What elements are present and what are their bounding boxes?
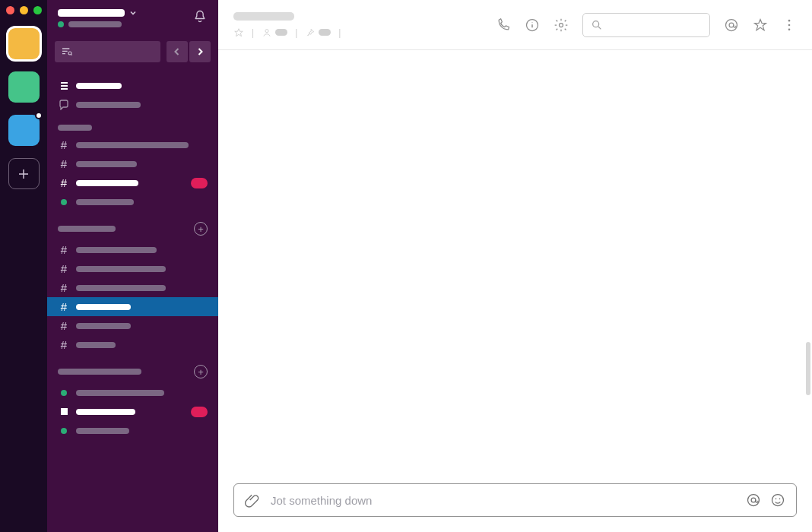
emoji-button[interactable] xyxy=(770,492,785,508)
sidebar-item-label xyxy=(76,199,134,205)
svg-point-11 xyxy=(751,498,756,502)
kebab-icon xyxy=(782,17,797,33)
channel-item[interactable]: # xyxy=(47,154,218,173)
maximize-window-icon[interactable] xyxy=(33,6,42,14)
svg-point-12 xyxy=(772,495,784,506)
section-starred-header xyxy=(47,114,218,135)
at-icon xyxy=(746,492,761,508)
section-label xyxy=(58,369,141,375)
settings-button[interactable] xyxy=(553,17,569,33)
info-icon xyxy=(525,17,540,33)
channel-item[interactable]: # xyxy=(47,135,218,154)
unread-badge xyxy=(191,178,208,188)
member-count[interactable] xyxy=(262,27,287,38)
info-button[interactable] xyxy=(525,17,540,33)
scrollbar-thumb[interactable] xyxy=(806,342,810,395)
starred-items-button[interactable] xyxy=(753,17,768,33)
channel-header: | | | xyxy=(218,0,812,50)
add-workspace-button[interactable] xyxy=(8,158,40,189)
channel-title[interactable] xyxy=(233,12,294,21)
sidebar-item-label xyxy=(76,102,141,108)
workspace-2[interactable] xyxy=(8,71,40,103)
header-actions xyxy=(496,13,797,37)
workspace-3[interactable] xyxy=(8,115,40,146)
threads[interactable] xyxy=(47,95,218,114)
channel-sidebar: # # # + # # # # # # + xyxy=(47,0,218,532)
paperclip-icon xyxy=(245,492,260,508)
sidebar-item-label xyxy=(76,409,135,415)
mention-button[interactable] xyxy=(746,492,761,508)
star-icon xyxy=(753,17,768,33)
svg-point-13 xyxy=(776,499,777,500)
section-dms-header: + xyxy=(47,354,218,383)
channel-item[interactable]: # xyxy=(47,173,218,192)
add-dm-button[interactable]: + xyxy=(194,365,208,378)
channel-meta: | | | xyxy=(233,27,496,38)
close-window-icon[interactable] xyxy=(6,6,14,14)
hash-icon: # xyxy=(58,177,70,188)
channel-item[interactable]: # xyxy=(47,259,218,278)
main-content: | | | xyxy=(218,0,812,532)
message-composer xyxy=(233,483,797,517)
channel-item[interactable]: # xyxy=(47,278,218,297)
dm-item[interactable] xyxy=(47,383,218,402)
sidebar-item-label xyxy=(76,83,122,89)
minimize-window-icon[interactable] xyxy=(20,6,28,14)
thread-icon xyxy=(59,100,69,110)
call-button[interactable] xyxy=(496,17,511,33)
chevron-right-icon xyxy=(195,47,205,56)
plus-icon xyxy=(17,168,30,180)
chevron-down-icon xyxy=(129,9,137,17)
username xyxy=(68,21,122,27)
dm-item[interactable] xyxy=(47,402,218,421)
sidebar-item-label xyxy=(76,428,129,434)
hash-icon: # xyxy=(58,282,70,293)
gear-icon xyxy=(553,17,569,33)
mentions-button[interactable] xyxy=(724,17,739,33)
workspace-switcher[interactable] xyxy=(58,9,192,17)
channel-item-active[interactable]: # xyxy=(47,297,218,316)
dm-item[interactable] xyxy=(47,421,218,440)
workspace-rail xyxy=(0,0,47,532)
message-input[interactable] xyxy=(271,494,735,507)
hash-icon: # xyxy=(58,339,70,350)
jump-to-input[interactable] xyxy=(55,41,160,62)
history-forward-button[interactable] xyxy=(189,41,211,62)
sidebar-item-label xyxy=(76,323,131,329)
search-input[interactable] xyxy=(582,13,710,37)
dm-item[interactable] xyxy=(47,192,218,211)
sidebar-header xyxy=(47,0,218,35)
channel-item[interactable]: # xyxy=(47,335,218,354)
workspace-1[interactable] xyxy=(8,28,40,59)
channel-item[interactable]: # xyxy=(47,240,218,259)
history-nav xyxy=(167,41,211,62)
svg-point-4 xyxy=(593,21,599,27)
svg-point-6 xyxy=(729,23,734,27)
at-icon xyxy=(724,17,739,33)
notifications-button[interactable] xyxy=(192,9,208,24)
message-list[interactable] xyxy=(218,50,812,483)
sidebar-item-label xyxy=(76,390,164,396)
all-unreads[interactable] xyxy=(47,76,218,95)
attach-button[interactable] xyxy=(245,492,260,508)
svg-point-9 xyxy=(788,28,791,30)
history-back-button[interactable] xyxy=(167,41,188,62)
search-icon xyxy=(591,19,603,31)
svg-point-1 xyxy=(265,29,268,32)
channel-item[interactable]: # xyxy=(47,316,218,335)
svg-point-10 xyxy=(748,495,760,506)
smile-icon xyxy=(770,492,785,508)
add-channel-button[interactable]: + xyxy=(194,222,208,236)
more-actions-button[interactable] xyxy=(782,17,797,33)
pinned-count[interactable] xyxy=(305,27,331,38)
presence-dot-icon xyxy=(61,199,67,205)
unread-badge xyxy=(191,407,208,417)
sidebar-item-label xyxy=(76,304,131,310)
list-icon xyxy=(59,81,69,91)
filter-search-icon xyxy=(61,46,73,58)
section-label xyxy=(58,226,116,232)
user-status[interactable] xyxy=(58,21,192,27)
sidebar-item-label xyxy=(76,180,138,186)
star-channel-button[interactable] xyxy=(233,27,244,38)
window-controls xyxy=(6,6,42,14)
